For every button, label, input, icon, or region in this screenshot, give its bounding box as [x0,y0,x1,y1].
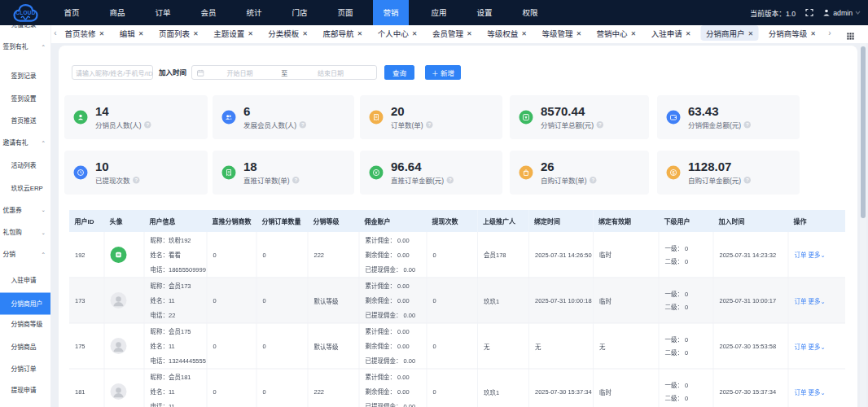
svg-text:CLOUD: CLOUD [15,10,35,15]
